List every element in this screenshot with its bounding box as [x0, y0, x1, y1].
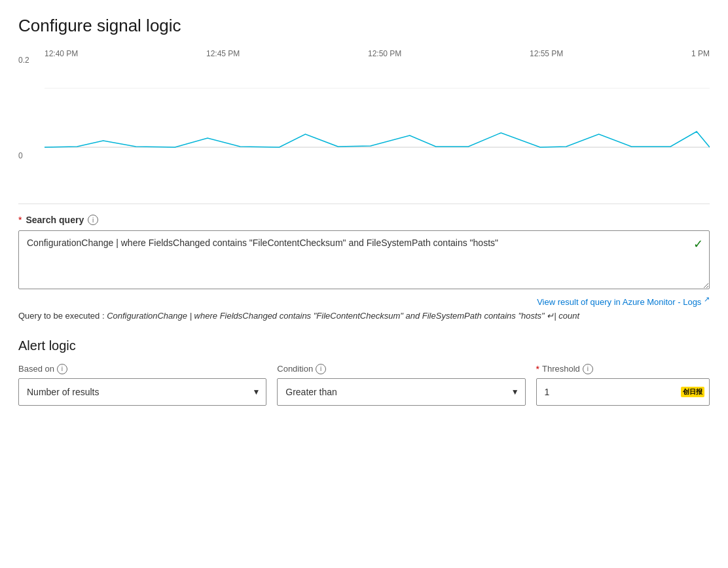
y-axis-labels: 0.2 0 [18, 56, 29, 160]
search-query-label-row: * Search query i [18, 215, 710, 225]
alert-logic-section: Alert logic Based on i Number of results… [18, 338, 710, 406]
view-result-link-text: View result of query in Azure Monitor - … [537, 297, 701, 307]
query-executed-value: ConfigurationChange | where FieldsChange… [107, 311, 579, 321]
required-star: * [18, 215, 22, 225]
threshold-field: * Threshold i 创日报 [536, 364, 710, 406]
condition-label: Condition [277, 364, 313, 374]
based-on-label-row: Based on i [18, 364, 266, 374]
threshold-input-wrapper: 创日报 [536, 378, 710, 406]
y-label-top: 0.2 [18, 56, 29, 65]
threshold-info-icon[interactable]: i [583, 364, 593, 374]
chart-svg-container [45, 49, 710, 167]
section-divider [18, 204, 710, 204]
view-result-link[interactable]: View result of query in Azure Monitor - … [18, 295, 710, 307]
y-label-zero: 0 [18, 151, 29, 160]
chart-svg [45, 49, 710, 167]
condition-info-icon[interactable]: i [316, 364, 326, 374]
based-on-field: Based on i Number of results Metric meas… [18, 364, 266, 406]
watermark-badge: 创日报 [681, 387, 704, 397]
query-executed-label: Query to be executed : [18, 311, 105, 321]
alert-logic-title: Alert logic [18, 338, 710, 353]
query-executed-text: Query to be executed : ConfigurationChan… [18, 310, 710, 323]
condition-select[interactable]: Greater than Less than Equal to Greater … [277, 378, 525, 406]
threshold-suffix: 创日报 [681, 387, 704, 397]
based-on-label: Based on [18, 364, 54, 374]
page-container: Configure signal logic 0.2 0 12:40 PM 12… [0, 0, 728, 568]
search-query-section: * Search query i ConfigurationChange | w… [18, 215, 710, 323]
page-title: Configure signal logic [18, 16, 710, 36]
condition-field: Condition i Greater than Less than Equal… [277, 364, 525, 406]
external-link-icon: ↗ [704, 295, 710, 303]
query-textarea-wrapper: ConfigurationChange | where FieldsChange… [18, 230, 710, 291]
search-query-label: Search query [26, 215, 84, 225]
condition-label-row: Condition i [277, 364, 525, 374]
alert-logic-form-row: Based on i Number of results Metric meas… [18, 364, 710, 406]
threshold-label-row: * Threshold i [536, 364, 710, 374]
based-on-info-icon[interactable]: i [57, 364, 67, 374]
condition-select-wrapper: Greater than Less than Equal to Greater … [277, 378, 525, 406]
search-query-info-icon[interactable]: i [88, 215, 98, 225]
based-on-select-wrapper: Number of results Metric measurement ▼ [18, 378, 266, 406]
threshold-label: Threshold [542, 364, 580, 374]
query-valid-checkmark: ✓ [693, 237, 703, 251]
search-query-input[interactable]: ConfigurationChange | where FieldsChange… [18, 230, 710, 289]
chart-area: 0.2 0 12:40 PM 12:45 PM 12:50 PM 12:55 P… [18, 49, 710, 193]
threshold-required-star: * [536, 364, 539, 374]
based-on-select[interactable]: Number of results Metric measurement [18, 378, 266, 406]
